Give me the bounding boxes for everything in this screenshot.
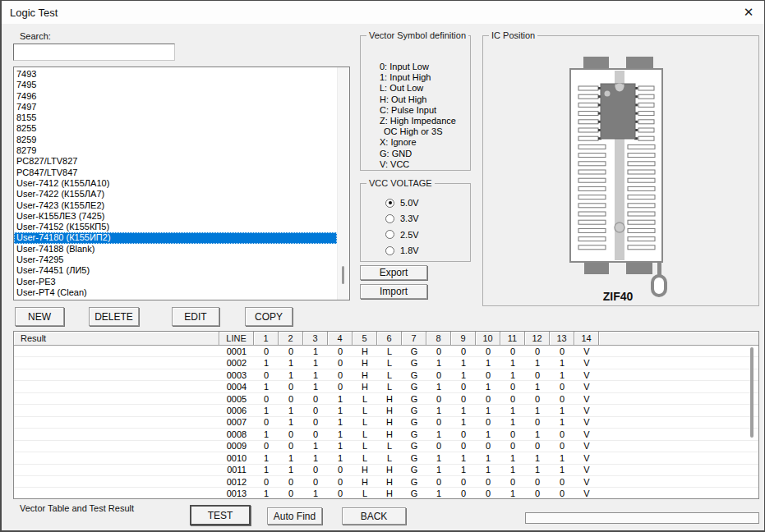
window-title: Logic Test [10, 7, 58, 19]
test-button[interactable]: TEST [190, 505, 251, 525]
vector-value-cell: 0 [426, 346, 451, 356]
vector-value-cell: 1 [451, 358, 476, 368]
vector-value-cell: H [353, 370, 377, 380]
socket-pin [628, 237, 655, 241]
list-item[interactable]: User-74188 (Blank) [14, 244, 337, 255]
list-item[interactable]: 8259 [14, 135, 337, 145]
vector-value-cell: G [402, 429, 426, 439]
vector-value-cell: 0 [500, 429, 525, 439]
vector-symbol-line: OC High or 3S [380, 126, 456, 137]
socket-pin [578, 128, 598, 132]
list-item[interactable]: User-7423 (К155ЛЕ2) [14, 200, 337, 211]
vector-value-cell: 0 [426, 417, 451, 427]
auto-find-button[interactable]: Auto Find [267, 507, 322, 525]
vector-value-cell: 0 [328, 382, 353, 392]
vector-value-cell: 0 [476, 370, 500, 380]
list-item[interactable]: 8155 [14, 112, 337, 123]
line-number-cell: 0012 [219, 477, 254, 487]
vector-value-cell: 1 [451, 453, 476, 463]
list-item[interactable]: User-74152 (К155КП5) [14, 222, 337, 232]
vcc-option-5.0V[interactable]: 5.0V [385, 198, 419, 208]
vector-table[interactable]: ResultLINE1234567891011121314 00010010HL… [13, 331, 759, 499]
vector-value-cell: 1 [525, 382, 550, 392]
list-item[interactable]: 7497 [14, 102, 337, 112]
import-button[interactable]: Import [360, 284, 427, 299]
radio-icon[interactable] [385, 214, 394, 223]
listbox-scrollbar[interactable] [337, 67, 349, 300]
vector-row-0001[interactable]: 00010010HLG000000V [14, 346, 758, 357]
vector-value-cell: H [353, 346, 377, 356]
ic-list-items: 74937495749674978155825582598279PC827/LT… [14, 69, 337, 298]
list-item[interactable]: User-74451 (ЛИ5) [14, 265, 337, 276]
list-item[interactable]: 8279 [14, 145, 337, 156]
vector-value-cell: 0 [451, 441, 476, 451]
vector-value-cell: 1 [500, 453, 525, 463]
vector-value-cell: L [353, 406, 377, 415]
listbox-scrollbar-thumb[interactable] [342, 266, 344, 284]
list-item[interactable]: PC827/LTV827 [14, 156, 337, 167]
socket-lever-ring [652, 276, 666, 296]
vcc-option-3.3V[interactable]: 3.3V [385, 213, 419, 223]
socket-tab [584, 261, 609, 274]
vector-value-cell: L [353, 453, 377, 463]
table-scrollbar-thumb[interactable] [750, 347, 753, 438]
list-item[interactable]: User-7412 (К155ЛА10) [14, 178, 337, 189]
export-button[interactable]: Export [360, 265, 427, 280]
vcc-option-2.5V[interactable]: 2.5V [385, 230, 419, 240]
vector-value-cell: V [574, 477, 599, 487]
back-button[interactable]: BACK [342, 507, 406, 525]
column-header-pin-9: 9 [451, 332, 476, 346]
vector-row-0008[interactable]: 00081001LHG101010V [14, 429, 758, 440]
list-item[interactable]: 7496 [14, 91, 337, 102]
vcc-option-1.8V[interactable]: 1.8V [385, 245, 419, 255]
vector-value-cell: G [402, 488, 426, 498]
radio-icon[interactable] [385, 230, 394, 239]
vector-value-cell: 1 [254, 488, 279, 498]
delete-button[interactable]: DELETE [89, 307, 139, 326]
vector-value-cell: 1 [254, 406, 279, 415]
list-item[interactable]: 7493 [14, 69, 337, 80]
vector-value-cell: 0 [476, 346, 500, 356]
vector-row-0013[interactable]: 00131010LHG100100V [14, 488, 758, 499]
search-input[interactable] [13, 44, 175, 61]
vector-row-0005[interactable]: 00050001LHG000000V [14, 393, 758, 405]
socket-pin [578, 120, 598, 124]
vector-value-cell: G [402, 394, 426, 404]
radio-icon[interactable] [385, 199, 394, 208]
vector-value-cell: 0 [426, 441, 451, 451]
list-item[interactable]: PC847/LTV847 [14, 167, 337, 178]
vector-row-0004[interactable]: 00041010HLG101010V [14, 381, 758, 392]
radio-icon[interactable] [385, 246, 394, 255]
vector-row-0010[interactable]: 00101111LLG111111V [14, 452, 758, 464]
list-item[interactable]: User-74295 [14, 255, 337, 265]
list-item-selected[interactable]: User-74180 (К155ИП2) [14, 232, 337, 243]
list-item[interactable]: 8255 [14, 123, 337, 134]
vector-row-0012[interactable]: 00120000HHG000000V [14, 476, 758, 488]
new-button[interactable]: NEW [15, 307, 64, 326]
vector-row-0009[interactable]: 00090011LLG000000V [14, 441, 758, 452]
copy-button[interactable]: COPY [245, 307, 293, 326]
ic-listbox[interactable]: 74937495749674978155825582598279PC827/LT… [13, 66, 350, 300]
vector-row-0006[interactable]: 00061101LHG111111V [14, 405, 758, 416]
edit-button[interactable]: EDIT [172, 307, 219, 326]
vector-value-cell: 0 [279, 382, 303, 392]
close-icon[interactable]: ✕ [740, 4, 758, 21]
list-item[interactable]: User-К155ЛЕЗ (7425) [14, 211, 337, 222]
footer-label: Vector Table and Test Result [20, 503, 134, 513]
vector-value-cell: 0 [426, 477, 451, 487]
vector-row-0002[interactable]: 00021110HLG111111V [14, 357, 758, 369]
vector-row-0011[interactable]: 00111100HHG111111V [14, 465, 758, 476]
list-item[interactable]: User-РЕ3 [14, 277, 337, 287]
list-item[interactable]: User-7422 (К155ЛА7) [14, 189, 337, 200]
vector-value-cell: 0 [476, 417, 500, 427]
vector-value-cell: 1 [303, 488, 328, 498]
list-item[interactable]: User-РТ4 (Clean) [14, 287, 337, 298]
vector-value-cell: V [574, 441, 599, 451]
vcc-option-label: 2.5V [400, 230, 419, 240]
list-item[interactable]: 7495 [14, 80, 337, 90]
vector-value-cell: L [353, 429, 377, 439]
vector-symbol-group: Vector Symbol definition 0: Input Low1: … [360, 35, 471, 171]
vector-value-cell: V [574, 453, 599, 463]
vector-row-0007[interactable]: 00070101LHG010101V [14, 417, 758, 429]
vector-row-0003[interactable]: 00030110HLG010101V [14, 369, 758, 381]
